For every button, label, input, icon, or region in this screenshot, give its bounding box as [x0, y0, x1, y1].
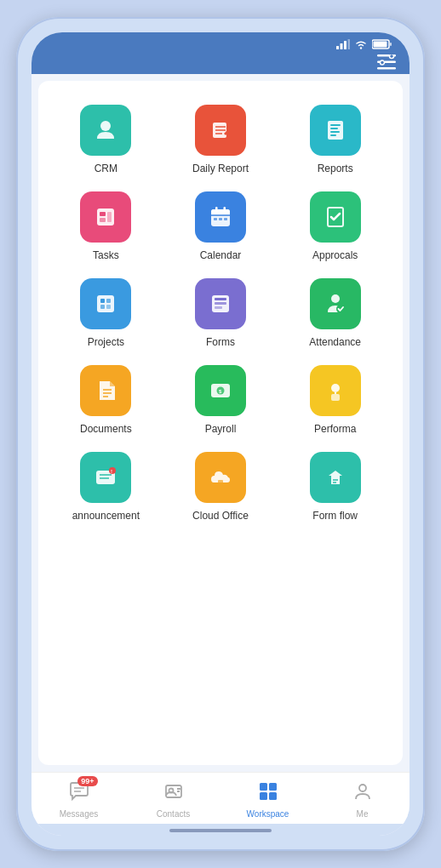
tasks-label: Tasks	[93, 249, 119, 261]
forms-icon	[195, 278, 246, 329]
svg-rect-75	[260, 792, 267, 800]
svg-rect-76	[269, 792, 277, 800]
svg-rect-45	[215, 298, 226, 300]
tasks-icon	[80, 191, 131, 243]
app-item-attendance[interactable]: Attendance	[281, 278, 389, 348]
header	[32, 57, 410, 74]
svg-rect-41	[106, 299, 111, 303]
performa-label: Performa	[314, 423, 356, 435]
status-icons	[336, 39, 392, 52]
svg-point-49	[336, 305, 345, 313]
payroll-label: Payroll	[205, 423, 237, 435]
screen: CRMDaily ReportReportsTasksCalendarAppro…	[32, 32, 410, 836]
cloud-office-label: Cloud Office	[192, 510, 249, 522]
svg-rect-42	[100, 305, 105, 309]
crm-icon	[80, 105, 131, 156]
workspace-icon	[258, 781, 278, 807]
workspace-nav-label: Workspace	[247, 809, 289, 819]
svg-rect-0	[336, 46, 339, 49]
app-item-performa[interactable]: Performa	[281, 365, 389, 435]
approcals-label: Approcals	[312, 249, 358, 261]
svg-rect-43	[106, 305, 111, 309]
documents-label: Documents	[80, 423, 132, 435]
svg-rect-47	[215, 306, 222, 309]
app-item-calendar[interactable]: Calendar	[167, 191, 275, 261]
svg-text:!: !	[111, 469, 112, 474]
main-content: CRMDaily ReportReportsTasksCalendarAppro…	[38, 81, 403, 765]
svg-rect-34	[223, 207, 226, 212]
section-label	[45, 94, 396, 105]
app-item-reports[interactable]: Reports	[281, 105, 389, 174]
svg-point-77	[359, 785, 366, 791]
svg-rect-23	[330, 131, 340, 133]
svg-rect-20	[328, 121, 343, 140]
nav-item-me[interactable]: Me	[315, 781, 410, 819]
svg-rect-40	[100, 299, 105, 303]
app-item-forms[interactable]: Forms	[167, 278, 275, 348]
me-icon	[352, 781, 373, 807]
svg-rect-3	[348, 39, 351, 49]
me-nav-label: Me	[357, 809, 369, 819]
bottom-nav: 99+MessagesContactsWorkspaceMe	[32, 772, 410, 824]
app-item-projects[interactable]: Projects	[52, 278, 160, 348]
svg-rect-64	[218, 480, 223, 484]
battery-icon	[372, 39, 392, 52]
svg-rect-24	[330, 134, 336, 136]
svg-rect-36	[219, 218, 222, 220]
settings-button[interactable]	[377, 54, 396, 74]
status-bar	[32, 32, 410, 57]
forms-label: Forms	[206, 336, 235, 348]
nav-item-workspace[interactable]: Workspace	[220, 781, 315, 819]
app-item-daily-report[interactable]: Daily Report	[167, 105, 275, 174]
svg-rect-33	[215, 207, 218, 212]
projects-icon	[80, 278, 131, 329]
svg-rect-27	[100, 218, 106, 222]
announcement-icon: !	[80, 452, 131, 503]
contacts-nav-label: Contacts	[157, 809, 190, 819]
svg-rect-26	[100, 212, 106, 216]
calendar-label: Calendar	[200, 249, 242, 261]
svg-point-56	[331, 384, 340, 392]
daily-report-label: Daily Report	[192, 163, 249, 174]
svg-rect-35	[214, 218, 217, 220]
svg-rect-37	[224, 218, 227, 220]
payroll-icon: $	[195, 365, 246, 416]
app-item-tasks[interactable]: Tasks	[52, 191, 160, 261]
messages-nav-label: Messages	[60, 809, 99, 819]
nav-item-contacts[interactable]: Contacts	[126, 781, 220, 819]
nav-item-messages[interactable]: 99+Messages	[32, 781, 126, 819]
performa-icon	[310, 365, 361, 416]
svg-rect-10	[377, 67, 396, 70]
documents-icon	[80, 365, 131, 416]
svg-rect-46	[215, 302, 226, 305]
crm-label: CRM	[94, 163, 117, 174]
app-item-cloud-office[interactable]: Cloud Office	[167, 452, 275, 522]
app-item-approcals[interactable]: Approcals	[281, 191, 389, 261]
calendar-icon	[195, 191, 246, 243]
daily-report-icon	[195, 105, 246, 156]
app-item-crm[interactable]: CRM	[52, 105, 160, 174]
home-bar	[169, 829, 272, 832]
messages-badge: 99+	[77, 776, 97, 786]
phone-frame: CRMDaily ReportReportsTasksCalendarAppro…	[16, 17, 425, 851]
home-indicator	[32, 824, 410, 836]
app-item-documents[interactable]: Documents	[52, 365, 160, 435]
svg-rect-74	[269, 783, 277, 791]
svg-rect-21	[330, 124, 341, 126]
app-item-announcement[interactable]: !announcement	[52, 452, 160, 522]
svg-point-4	[360, 47, 362, 49]
approcals-icon	[310, 191, 361, 243]
svg-rect-1	[341, 43, 343, 49]
app-grid: CRMDaily ReportReportsTasksCalendarAppro…	[45, 105, 396, 522]
svg-rect-22	[330, 128, 338, 129]
form-flow-icon	[310, 452, 361, 503]
contacts-icon	[163, 781, 184, 807]
app-item-form-flow[interactable]: Form flow	[281, 452, 389, 522]
svg-rect-73	[260, 783, 267, 791]
svg-rect-7	[390, 43, 392, 46]
svg-rect-2	[344, 41, 346, 49]
attendance-icon	[310, 278, 361, 329]
attendance-label: Attendance	[309, 336, 361, 348]
app-item-payroll[interactable]: $Payroll	[167, 365, 275, 435]
svg-rect-57	[331, 394, 340, 401]
